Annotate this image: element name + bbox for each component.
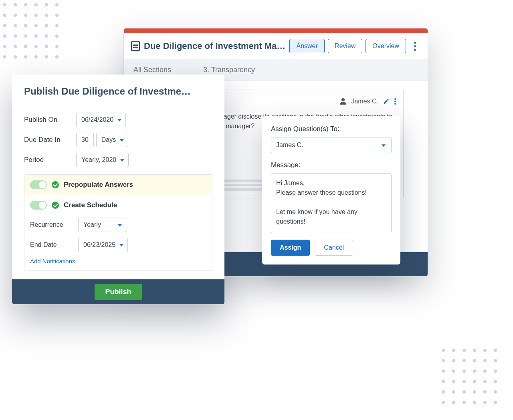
prepopulate-toggle-row[interactable]: Prepopulate Answers [24,175,212,195]
publish-dialog-title: Publish Due Diligence of Investme… [24,86,212,102]
chevron-down-icon [120,139,124,141]
tab-answer[interactable]: Answer [289,39,324,53]
question-assignee-name: James C. [351,98,378,105]
section-current-label[interactable]: 3. Transparency [203,66,255,74]
publish-on-label: Publish On [24,116,76,124]
cancel-button[interactable]: Cancel [315,240,353,256]
chevron-down-icon [120,159,124,162]
end-date-label: End Date [30,241,78,248]
edit-icon[interactable] [383,98,390,105]
end-date-select[interactable]: 06/23/2025 [78,238,128,252]
period-select[interactable]: Yearly, 2020 [76,153,129,167]
tab-overview[interactable]: Overview [366,39,406,53]
publish-button[interactable]: Publish [95,284,141,300]
chevron-down-icon [117,119,121,121]
more-menu-icon[interactable] [409,39,420,53]
assign-button[interactable]: Assign [271,240,310,256]
recurrence-select[interactable]: Yearly [78,218,126,232]
chevron-down-icon [382,144,386,147]
message-textarea[interactable]: Hi James, Please answer these questions!… [271,173,392,233]
document-icon [131,41,140,51]
due-date-value[interactable]: 30 [76,133,94,147]
chevron-down-icon [118,224,122,226]
period-label: Period [24,156,76,164]
view-tabs: Answer Review Overview [289,39,420,53]
tab-review[interactable]: Review [328,39,362,53]
decorative-dots-bottom-right [442,349,497,404]
message-label: Message: [271,161,392,169]
due-date-label: Due Date In [24,136,76,144]
publish-on-select[interactable]: 06/24/2020 [76,113,126,127]
recurrence-label: Recurrence [30,221,78,228]
window-accent-bar [124,28,428,33]
toggle-icon[interactable] [30,180,47,189]
sections-all-label[interactable]: All Sections [133,66,171,74]
check-circle-icon [52,202,59,209]
decorative-dots-top-left [3,3,59,59]
chevron-down-icon [119,244,123,246]
create-schedule-toggle-row[interactable]: Create Schedule [24,195,212,215]
assign-to-label: Assign Question(s) To: [271,125,392,133]
publish-dialog: Publish Due Diligence of Investme… Publi… [12,75,224,304]
due-date-unit-select[interactable]: Days [96,133,128,147]
page-title: Due Diligence of Investment Man… [131,41,289,51]
person-icon [340,98,346,105]
add-notifications-link[interactable]: Add Notifications [30,258,206,265]
assign-to-select[interactable]: James C. [271,137,392,153]
toggle-icon[interactable] [30,201,47,210]
question-more-icon[interactable] [394,98,396,105]
check-circle-icon [52,181,59,188]
assign-popover: Assign Question(s) To: James C. Message:… [262,116,400,265]
